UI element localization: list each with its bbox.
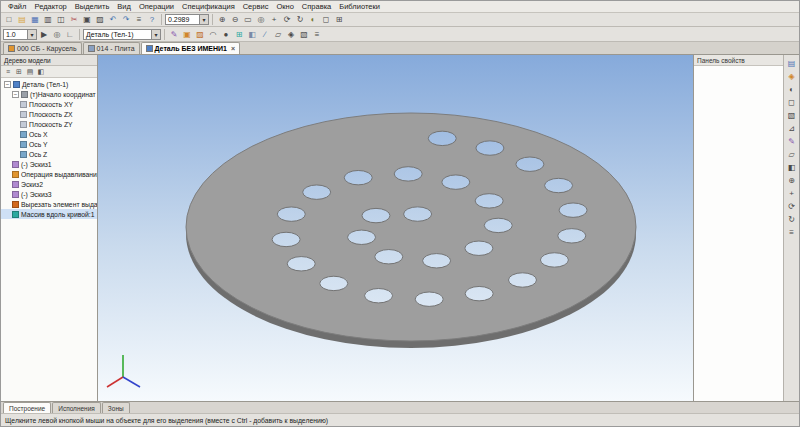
tree-item-2[interactable]: Плоскость XY bbox=[1, 99, 97, 109]
tree-item-1[interactable]: −(т)Начало координат bbox=[1, 89, 97, 99]
pointer-icon[interactable]: ▶ bbox=[38, 28, 50, 40]
tree-item-5[interactable]: Ось X bbox=[1, 129, 97, 139]
halftone-icon[interactable]: ▧ bbox=[785, 109, 798, 121]
tree-item-8[interactable]: (-) Эскиз1 bbox=[1, 159, 97, 169]
paste-icon[interactable]: ▨ bbox=[94, 14, 106, 26]
document-icon bbox=[88, 45, 95, 52]
tree-item-0[interactable]: −Деталь (Тел-1) bbox=[1, 79, 97, 89]
help-icon[interactable]: ? bbox=[146, 14, 158, 26]
zoom-tool-icon[interactable]: ⊕ bbox=[785, 174, 798, 186]
axis-icon bbox=[20, 151, 27, 158]
axis-icon[interactable]: ∕ bbox=[259, 28, 271, 40]
tree-item-4[interactable]: Плоскость ZY bbox=[1, 119, 97, 129]
tree-expander-icon[interactable]: − bbox=[12, 91, 19, 98]
hole-icon[interactable]: ● bbox=[220, 28, 232, 40]
tree-item-3[interactable]: Плоскость ZX bbox=[1, 109, 97, 119]
perspective-icon[interactable]: ⊿ bbox=[785, 122, 798, 134]
print-icon[interactable]: ▥ bbox=[42, 14, 54, 26]
measure-icon[interactable]: ▱ bbox=[272, 28, 284, 40]
menu-item-2[interactable]: Выделить bbox=[71, 2, 114, 11]
rotate-tool-icon[interactable]: ⟳ bbox=[785, 200, 798, 212]
cut-icon[interactable]: ✂ bbox=[68, 14, 80, 26]
tree-item-7[interactable]: Ось Z bbox=[1, 149, 97, 159]
disk-hole bbox=[545, 178, 573, 192]
menu-item-4[interactable]: Операции bbox=[135, 2, 178, 11]
current-scale-combo[interactable]: 0.2989 ▾ bbox=[165, 14, 209, 25]
menu-item-7[interactable]: Окно bbox=[272, 2, 297, 11]
sheet-tab-1[interactable]: Исполнения bbox=[52, 402, 101, 413]
mass-icon[interactable]: ◈ bbox=[285, 28, 297, 40]
cut-extrude-icon[interactable]: ▨ bbox=[194, 28, 206, 40]
menu-item-9[interactable]: Библиотеки bbox=[335, 2, 384, 11]
properties-icon[interactable]: ≡ bbox=[133, 14, 145, 26]
measure-tool-icon[interactable]: ▱ bbox=[785, 148, 798, 160]
snap-icon[interactable]: ◎ bbox=[51, 28, 63, 40]
shaded-mode-icon[interactable]: ◐ bbox=[307, 14, 319, 26]
chevron-down-icon[interactable]: ▾ bbox=[27, 30, 36, 39]
new-document-icon[interactable]: □ bbox=[3, 14, 15, 26]
tree-structure-icon[interactable]: ≡ bbox=[3, 67, 13, 77]
sketch-icon[interactable]: ✎ bbox=[168, 28, 180, 40]
menu-item-3[interactable]: Вид bbox=[113, 2, 135, 11]
array-icon[interactable]: ⊞ bbox=[233, 28, 245, 40]
shade-icon[interactable]: ◐ bbox=[785, 83, 798, 95]
rotate-view-icon[interactable]: ⟳ bbox=[281, 14, 293, 26]
undo-icon[interactable]: ↶ bbox=[107, 14, 119, 26]
preview-icon[interactable]: ◫ bbox=[55, 14, 67, 26]
model-viewport[interactable] bbox=[98, 55, 693, 401]
save-icon[interactable]: ▦ bbox=[29, 14, 41, 26]
chevron-down-icon[interactable]: ▾ bbox=[199, 15, 208, 24]
tree-item-10[interactable]: Эскиз2 bbox=[1, 179, 97, 189]
tree-item-12[interactable]: Вырезать элемент выдав... bbox=[1, 199, 97, 209]
tree-reports-icon[interactable]: ▤ bbox=[25, 67, 35, 77]
section-view-icon[interactable]: ◧ bbox=[785, 161, 798, 173]
plane-icon[interactable]: ◧ bbox=[246, 28, 258, 40]
redo-icon[interactable]: ↷ bbox=[120, 14, 132, 26]
sketch-mode-icon[interactable]: ✎ bbox=[785, 135, 798, 147]
line-scale-combo[interactable]: 1.0 ▾ bbox=[3, 29, 37, 40]
grid-icon[interactable]: ⊞ bbox=[333, 14, 345, 26]
menu-item-0[interactable]: Файл bbox=[4, 2, 30, 11]
copy-icon[interactable]: ▣ bbox=[81, 14, 93, 26]
ortho-icon[interactable]: ∟ bbox=[64, 28, 76, 40]
tree-pin-icon[interactable]: ◧ bbox=[36, 67, 46, 77]
zoom-out-icon[interactable]: ⊖ bbox=[229, 14, 241, 26]
refresh-view-icon[interactable]: ↻ bbox=[785, 213, 798, 225]
zoom-fit-icon[interactable]: ◎ bbox=[255, 14, 267, 26]
tree-item-13[interactable]: Массив вдоль кривой:1 bbox=[1, 209, 97, 219]
extrude-icon[interactable]: ▣ bbox=[181, 28, 193, 40]
tree-expander-icon[interactable]: − bbox=[4, 81, 11, 88]
orientation-icon[interactable]: ◈ bbox=[785, 70, 798, 82]
section-icon[interactable]: ▧ bbox=[298, 28, 310, 40]
zoom-window-icon[interactable]: ▭ bbox=[242, 14, 254, 26]
menu-item-5[interactable]: Спецификация bbox=[178, 2, 239, 11]
close-icon[interactable]: × bbox=[231, 45, 235, 52]
sheet-tab-2[interactable]: Зоны bbox=[102, 402, 130, 413]
menu-item-1[interactable]: Редактор bbox=[30, 2, 70, 11]
wireframe-mode-icon[interactable]: ◻ bbox=[320, 14, 332, 26]
chevron-down-icon[interactable]: ▾ bbox=[151, 30, 160, 39]
kompas-3d-window: ФайлРедакторВыделитьВидОперацииСпецифика… bbox=[0, 0, 800, 427]
view-settings-icon[interactable]: ≡ bbox=[785, 226, 798, 238]
tree-item-9[interactable]: Операция выдавливания:1 bbox=[1, 169, 97, 179]
tree-composition-icon[interactable]: ⊞ bbox=[14, 67, 24, 77]
wireframe-icon[interactable]: ◻ bbox=[785, 96, 798, 108]
menu-item-6[interactable]: Сервис bbox=[239, 2, 273, 11]
pan-tool-icon[interactable]: + bbox=[785, 187, 798, 199]
open-icon[interactable]: ▤ bbox=[16, 14, 28, 26]
document-tab-2[interactable]: Деталь БЕЗ ИМЕНИ1× bbox=[141, 42, 241, 54]
fillet-icon[interactable]: ◠ bbox=[207, 28, 219, 40]
refresh-icon[interactable]: ↻ bbox=[294, 14, 306, 26]
pan-icon[interactable]: + bbox=[268, 14, 280, 26]
settings-icon[interactable]: ≡ bbox=[311, 28, 323, 40]
document-tab-1[interactable]: 014 - Плита bbox=[83, 42, 140, 54]
document-tab-0[interactable]: 000 СБ - Карусель bbox=[3, 42, 82, 54]
zoom-in-icon[interactable]: ⊕ bbox=[216, 14, 228, 26]
document-tab-label: 000 СБ - Карусель bbox=[17, 45, 77, 52]
tree-item-11[interactable]: (-) Эскиз3 bbox=[1, 189, 97, 199]
standard-views-icon[interactable]: ▤ bbox=[785, 57, 798, 69]
tree-item-6[interactable]: Ось Y bbox=[1, 139, 97, 149]
sheet-tab-0[interactable]: Построение bbox=[3, 402, 51, 413]
menu-item-8[interactable]: Справка bbox=[298, 2, 335, 11]
current-part-combo[interactable]: Деталь (Тел-1) ▾ bbox=[83, 29, 161, 40]
